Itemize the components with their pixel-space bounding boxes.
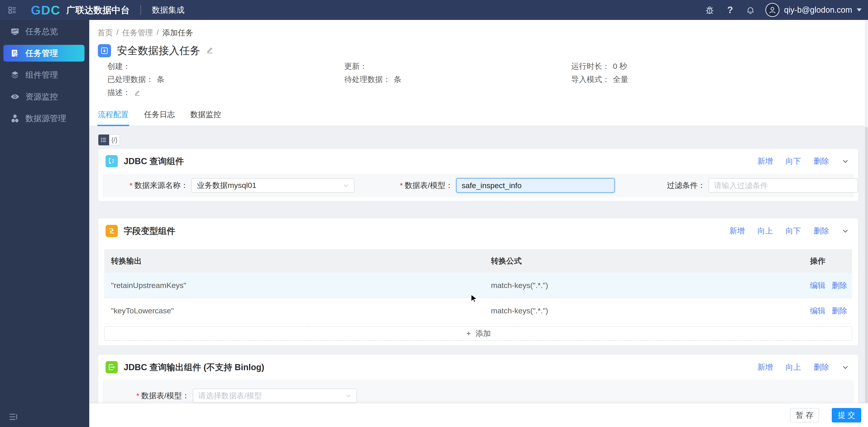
sidebar-item-component-management[interactable]: 组件管理 [0, 67, 89, 83]
card-actions: 新增 向上 删除 [757, 362, 849, 372]
notifications-bell-icon[interactable] [745, 5, 755, 15]
meta-import-mode-label: 导入模式： [571, 74, 610, 85]
user-avatar[interactable] [765, 3, 779, 17]
jdbc-query-icon [105, 155, 118, 167]
chevron-down-icon [345, 393, 351, 399]
delete-component-link[interactable]: 删除 [814, 226, 829, 236]
add-component-link[interactable]: 新增 [730, 226, 745, 236]
table-header-row: 转换输出 转换公式 操作 [104, 249, 852, 273]
topbar: GDC 广联达数据中台 数据集成 ? qiy-b@glodon.com [0, 0, 868, 20]
chevron-down-icon [343, 182, 349, 189]
filter-condition-label: 过滤条件： [667, 180, 705, 191]
collapse-card-chevron-icon[interactable] [842, 158, 849, 165]
save-draft-button[interactable]: 暂 存 [790, 408, 819, 423]
transform-table: 转换输出 转换公式 操作 "retainUpstreamKeys" match-… [104, 249, 852, 324]
column-header-output: 转换输出 [104, 256, 491, 266]
card-title: JDBC 查询输出组件 (不支持 Binlog) [124, 362, 264, 373]
jdbc-query-form: * 数据来源名称： 业务数据mysql01 * 数据表/模型： 过滤条件： [102, 174, 854, 197]
card-jdbc-query: JDBC 查询组件 新增 向下 删除 * 数据来源名称： 业务数据mysql01 [98, 149, 858, 201]
module-menu-data-integration[interactable]: 数据集成 [152, 4, 184, 15]
column-header-actions: 操作 [807, 256, 852, 266]
breadcrumb-separator: / [117, 28, 119, 38]
datasource-name-select[interactable]: 业务数据mysql01 [191, 178, 354, 193]
meta-import-mode-value: 全量 [613, 74, 628, 85]
edit-description-icon[interactable] [134, 89, 141, 96]
tab-task-logs[interactable]: 任务日志 [144, 109, 175, 126]
layout-collapse-icon[interactable] [8, 5, 17, 14]
user-email[interactable]: qiy-b@glodon.com [784, 5, 852, 15]
collapse-card-chevron-icon[interactable] [842, 227, 849, 235]
move-down-link[interactable]: 向下 [785, 226, 801, 236]
meta-runtime-value: 0 秒 [613, 61, 627, 71]
sidebar-item-task-overview[interactable]: 任务总览 [0, 23, 89, 40]
breadcrumb-task-management[interactable]: 任务管理 [122, 28, 153, 38]
sidebar-item-resource-monitor[interactable]: 资源监控 [0, 88, 89, 105]
transform-formula-cell: match-keys(".*.") [491, 281, 807, 290]
collapse-card-chevron-icon[interactable] [842, 364, 849, 371]
main-content: 首页 / 任务管理 / 添加任务 安全数据接入任务 创建： 更新： 运行时长：0… [89, 20, 868, 427]
list-view-toggle-button[interactable] [98, 134, 109, 145]
delete-row-link[interactable]: 删除 [832, 280, 847, 291]
move-up-link[interactable]: 向上 [785, 362, 801, 372]
gdc-logo: GDC [31, 3, 60, 18]
add-transform-label: 添加 [475, 328, 491, 339]
table-row[interactable]: "keyToLowercase" match-keys(".*.") 编辑 删除 [104, 298, 852, 324]
edit-title-icon[interactable] [206, 46, 214, 56]
breadcrumb-separator: / [157, 28, 159, 38]
submit-button[interactable]: 提 交 [832, 408, 861, 423]
vertical-scrollbar [865, 20, 868, 427]
add-component-link[interactable]: 新增 [757, 156, 773, 166]
topbar-divider [141, 5, 141, 15]
flow-config-panel: {/} JDBC 查询组件 新增 向下 删除 [89, 126, 868, 427]
detail-tabs: 流程配置 任务日志 数据监控 [89, 109, 868, 126]
edit-row-link[interactable]: 编辑 [810, 306, 826, 316]
sidebar-item-label: 组件管理 [25, 69, 58, 80]
edit-row-link[interactable]: 编辑 [810, 280, 826, 291]
card-actions: 新增 向下 删除 [757, 156, 849, 166]
tab-flow-config[interactable]: 流程配置 [97, 109, 129, 126]
task-title-row: 安全数据接入任务 [98, 44, 214, 58]
product-title: 广联达数据中台 [66, 4, 130, 16]
output-table-model-label: 数据表/模型： [141, 391, 189, 401]
filter-condition-input[interactable] [709, 178, 858, 193]
card-field-transform: 字段变型组件 新增 向上 向下 删除 转换输出 转换公式 操作 [98, 219, 858, 345]
transform-formula-cell: match-keys(".*.") [491, 306, 807, 315]
tab-data-monitor[interactable]: 数据监控 [190, 109, 221, 126]
add-component-link[interactable]: 新增 [757, 362, 773, 372]
delete-row-link[interactable]: 删除 [832, 306, 847, 316]
bug-report-icon[interactable] [705, 5, 715, 15]
card-title: 字段变型组件 [124, 225, 175, 237]
sidebar-item-label: 任务总览 [25, 26, 58, 37]
delete-component-link[interactable]: 删除 [814, 362, 829, 372]
delete-component-link[interactable]: 删除 [814, 156, 829, 166]
breadcrumb-home[interactable]: 首页 [97, 28, 113, 38]
required-mark: * [400, 181, 403, 190]
breadcrumb: 首页 / 任务管理 / 添加任务 [97, 28, 193, 38]
task-import-icon [98, 44, 111, 57]
sidebar-fold-icon[interactable] [9, 412, 18, 422]
table-row[interactable]: "retainUpstreamKeys" match-keys(".*.") 编… [104, 273, 852, 298]
dashboard-icon [10, 27, 20, 36]
transform-output-cell: "keyToLowercase" [104, 306, 491, 315]
output-table-model-select[interactable]: 请选择数据表/模型 [193, 389, 357, 403]
required-mark: * [136, 391, 139, 400]
transform-output-cell: "retainUpstreamKeys" [104, 281, 491, 290]
add-transform-button[interactable]: 添加 [104, 326, 852, 341]
task-edit-icon [10, 49, 20, 58]
table-model-input[interactable] [456, 178, 615, 193]
sidebar-item-task-management[interactable]: 任务管理 [3, 45, 85, 62]
card-title: JDBC 查询组件 [124, 156, 184, 167]
scrollbar-thumb[interactable] [865, 127, 868, 403]
card-actions: 新增 向上 向下 删除 [730, 226, 849, 236]
meta-pending-label: 待处理数据： [344, 74, 391, 85]
help-icon[interactable]: ? [725, 5, 735, 15]
select-placeholder: 请选择数据表/模型 [198, 391, 262, 401]
jdbc-output-icon [105, 361, 118, 373]
sidebar-item-datasource-management[interactable]: 数据源管理 [0, 110, 89, 127]
user-menu-caret-icon[interactable] [857, 8, 862, 11]
move-down-link[interactable]: 向下 [785, 156, 801, 166]
move-up-link[interactable]: 向上 [757, 226, 773, 236]
code-view-toggle-button[interactable]: {/} [109, 134, 120, 145]
breadcrumb-current: 添加任务 [162, 28, 193, 38]
task-meta: 创建： 更新： 运行时长：0 秒 已处理数据：条 待处理数据：条 导入模式：全量… [107, 60, 628, 99]
